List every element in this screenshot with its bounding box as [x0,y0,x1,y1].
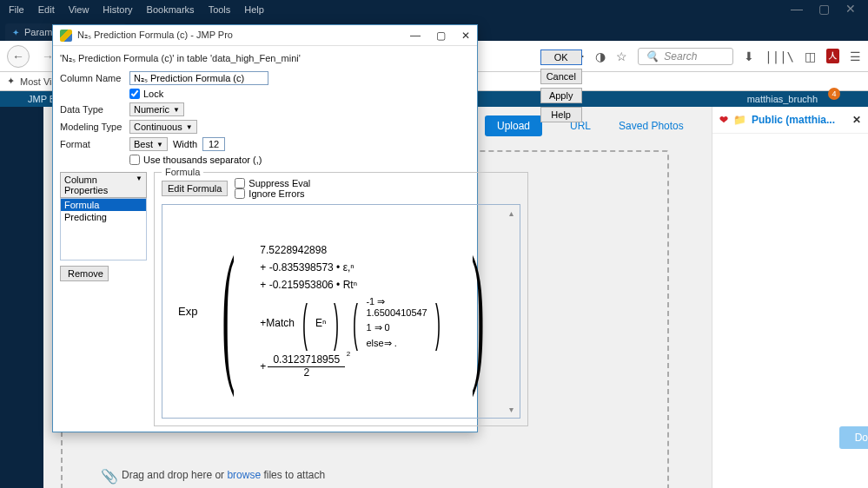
format-label: Format [60,139,124,149]
formula-display[interactable]: ▴▾ Exp ( 7.5228942898 + -0.835398573 • ε… [162,204,520,419]
menu-bookmarks[interactable]: Bookmarks [142,3,200,16]
close-panel-icon[interactable]: ✕ [852,114,861,126]
jmp-minimize-icon[interactable]: — [410,30,421,42]
edit-formula-button[interactable]: Edit Formula [162,181,228,196]
jmp-titlebar[interactable]: N₂ₛ Prediction Formula (c) - JMP Pro — ▢… [53,25,477,46]
back-button[interactable]: ← [7,45,30,68]
help-button[interactable]: Help [540,107,582,122]
jmp-side-buttons: OK Cancel Apply Help [535,46,587,432]
app-menu-icon[interactable]: ☰ [850,49,861,63]
formula-scrollbar[interactable]: ▴▾ [506,207,518,416]
jmp-window-title: N₂ₛ Prediction Formula (c) - JMP Pro [77,30,233,41]
public-album-row[interactable]: ❤ 📁 Public (matthia... ✕ [712,107,868,134]
formula-body: 7.5228942898 + -0.835398573 • ε,ⁿ + -0.2… [260,244,446,378]
remove-button[interactable]: Remove [60,266,109,281]
column-properties-dropdown[interactable]: Column Properties▼ [60,172,147,198]
chevron-down-icon: ▼ [186,123,193,131]
chevron-down-icon: ▼ [156,141,163,148]
datatype-label: Data Type [60,104,124,115]
formula-group: Formula Edit Formula Suppress Eval Ignor… [154,172,528,426]
ok-button[interactable]: OK [540,49,582,65]
modeling-label: Modeling Type [60,122,124,132]
width-label: Width [173,139,197,149]
open-paren-icon: ( [222,245,235,378]
properties-listbox[interactable]: Formula Predicting [60,198,147,260]
menu-edit[interactable]: Edit [33,3,60,16]
pdf-icon[interactable]: 人 [826,49,839,63]
attach-icon: 📎 [101,468,118,485]
bookmark-star-icon[interactable]: ☆ [616,49,627,63]
list-item-formula[interactable]: Formula [61,199,146,211]
chevron-down-icon: ▼ [173,106,180,114]
username[interactable]: matthias_bruchh [747,94,818,104]
most-visited-icon: ✦ [7,76,15,87]
jmp-close-icon[interactable]: ✕ [461,30,470,42]
column-name-input[interactable] [129,71,268,85]
suppress-eval-checkbox[interactable]: Suppress Eval [235,178,310,188]
reader-icon[interactable]: ◑ [595,49,606,63]
dragdrop-hint: Drag and drop here or browse files to at… [122,469,325,481]
library-icon[interactable]: |||\ [765,49,794,63]
datatype-select[interactable]: Numeric▼ [129,102,184,116]
close-paren-icon: ) [471,245,484,378]
lock-checkbox[interactable]: Lock [129,89,163,99]
chevron-down-icon: ▼ [136,175,142,195]
close-icon[interactable]: ✕ [845,2,856,16]
tab-favicon-icon: ✦ [12,28,19,37]
sidebar-icon[interactable]: ◫ [805,49,816,63]
done-button[interactable]: Do [839,426,868,449]
width-input[interactable] [202,137,225,151]
cancel-button[interactable]: Cancel [540,69,582,84]
downloads-icon[interactable]: ⬇ [744,49,754,63]
modeling-select[interactable]: Continuous▼ [129,120,197,134]
public-label: Public (matthia... [752,114,835,126]
bookmark-most-visited[interactable]: Most Vis [20,76,56,87]
list-item-predicting[interactable]: Predicting [61,211,146,223]
menu-history[interactable]: History [97,3,137,16]
format-select[interactable]: Best▼ [129,137,168,151]
apply-button[interactable]: Apply [540,88,582,103]
notification-badge[interactable]: 4 [828,88,840,100]
firefox-menubar: File Edit View History Bookmarks Tools H… [0,0,868,19]
jmp-app-icon [60,30,72,42]
tab-saved-photos[interactable]: Saved Photos [619,120,684,132]
menu-help[interactable]: Help [239,3,269,16]
menu-view[interactable]: View [63,3,95,16]
ignore-errors-checkbox[interactable]: Ignore Errors [235,188,310,199]
jmp-maximize-icon[interactable]: ▢ [436,30,446,42]
menu-tools[interactable]: Tools [203,3,236,16]
jmp-dialog: N₂ₛ Prediction Formula (c) - JMP Pro — ▢… [52,24,478,432]
formula-legend: Formula [162,167,203,177]
folder-icon: 📁 [733,114,746,126]
heart-icon: ❤ [719,114,728,126]
browse-link[interactable]: browse [227,469,261,481]
search-icon: 🔍 [646,50,659,63]
exp-function: Exp [178,305,197,318]
right-panel: ❤ 📁 Public (matthia... ✕ Do [712,107,868,488]
column-name-label: Column Name [60,73,124,83]
maximize-icon[interactable]: ▢ [818,2,830,16]
firefox-window-controls: — ▢ ✕ [779,0,868,17]
menu-file[interactable]: File [3,3,30,16]
search-input[interactable]: 🔍 Search [638,48,733,65]
thousands-checkbox[interactable]: Use thousands separator (,) [129,155,262,165]
minimize-icon[interactable]: — [791,2,803,16]
column-description: 'N₂ₛ Prediction Formula (c)' in table 'd… [60,51,528,68]
